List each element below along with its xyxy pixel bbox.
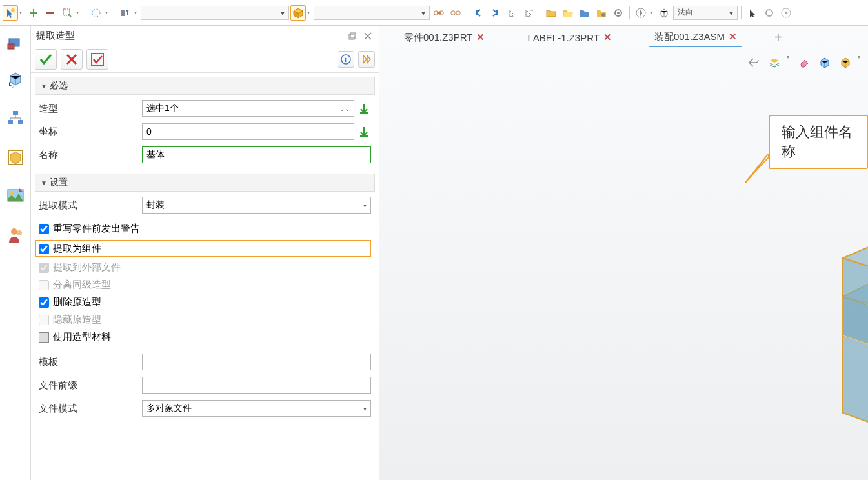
section-settings[interactable]: ▼设置 (35, 174, 375, 192)
cube-icon[interactable] (656, 5, 672, 21)
check-delete-orig[interactable]: 删除原造型 (39, 296, 371, 308)
plus-icon[interactable] (26, 5, 41, 21)
pointer-tool-icon[interactable] (3, 5, 18, 21)
section-required[interactable]: ▼必选 (35, 77, 375, 95)
dropdown-caret-icon[interactable]: ▾ (858, 54, 863, 71)
check-delete-orig-label: 删除原造型 (53, 296, 101, 308)
close-tab-icon[interactable]: ✕ (476, 32, 485, 43)
gear-icon[interactable] (611, 5, 626, 21)
apply-button[interactable] (86, 49, 108, 70)
check-as-component[interactable]: 提取为组件 (35, 240, 371, 257)
arrow-left-icon[interactable] (470, 5, 486, 21)
dropdown-caret-icon[interactable]: ▾ (307, 10, 312, 15)
expand-icon[interactable] (358, 51, 375, 68)
settings-gear-icon[interactable] (762, 5, 777, 21)
pointer-icon[interactable] (745, 5, 760, 21)
separator (629, 6, 630, 19)
back-icon[interactable] (745, 54, 762, 71)
check-to-external-label: 提取到外部文件 (53, 261, 121, 274)
folder-gear-icon[interactable] (594, 5, 609, 21)
add-tab-icon[interactable]: + (774, 30, 782, 45)
assembly-icon[interactable]: ┗○ (5, 70, 26, 90)
dropdown-caret-icon[interactable]: ▾ (76, 10, 81, 15)
document-tabs: 零件001.Z3PRT✕ LABEL-1.Z3PRT✕ 装配001.Z3ASM✕… (386, 26, 862, 49)
dotted-circle-icon[interactable] (88, 5, 104, 21)
dropdown-caret-icon[interactable]: ▾ (650, 10, 655, 15)
cube-view-icon[interactable] (816, 54, 833, 71)
svg-rect-10 (476, 10, 478, 15)
checkbox[interactable] (39, 332, 49, 343)
tab-label1[interactable]: LABEL-1.Z3PRT✕ (522, 29, 616, 46)
eraser-icon[interactable] (796, 54, 812, 71)
image-icon[interactable] (5, 186, 26, 206)
tab-asm001[interactable]: 装配001.Z3ASM✕ (649, 28, 742, 47)
check-use-material-label: 使用造型材料 (53, 331, 111, 343)
mode-label: 提取模式 (39, 199, 142, 212)
name-input[interactable] (142, 146, 371, 163)
cursor-icon[interactable] (504, 5, 520, 21)
svg-rect-20 (8, 44, 14, 49)
cursor-plus-icon[interactable]: + (521, 5, 536, 21)
close-tab-icon[interactable]: ✕ (603, 32, 612, 43)
info-icon[interactable]: i (338, 51, 354, 68)
coord-input[interactable] (142, 123, 354, 140)
checkbox[interactable] (39, 224, 49, 234)
svg-point-27 (10, 192, 14, 195)
tree-icon[interactable] (5, 108, 26, 129)
pick-icon[interactable] (357, 101, 371, 115)
cube-gold-icon[interactable] (837, 54, 854, 71)
layers-icon[interactable] (766, 54, 783, 71)
tab-part001[interactable]: 零件001.Z3PRT✕ (399, 29, 490, 46)
check-use-material[interactable]: 使用造型材料 (39, 331, 371, 343)
left-rail: ┗○ (0, 26, 31, 480)
user-icon[interactable] (5, 225, 26, 245)
cancel-button[interactable] (61, 49, 83, 70)
mode-combo[interactable]: 封装▾ (142, 197, 371, 214)
play-icon[interactable] (778, 5, 794, 21)
folder-open-icon[interactable] (560, 5, 576, 21)
toolbar-combo[interactable]: ▾ (314, 6, 430, 20)
checkbox (39, 315, 49, 325)
dropdown-caret-icon[interactable]: ▾ (19, 10, 25, 15)
checkbox[interactable] (39, 244, 49, 254)
shape-combo[interactable]: 选中1个⌄⌄ (142, 100, 354, 117)
restore-icon[interactable] (347, 30, 358, 42)
check-warn[interactable]: 重写零件前发出警告 (39, 223, 371, 235)
callout-tail-icon (745, 154, 771, 186)
folder-blue-icon[interactable] (577, 5, 592, 21)
svg-point-13 (601, 13, 605, 17)
checkbox[interactable] (39, 297, 49, 308)
prefix-input[interactable] (142, 377, 371, 394)
filter-icon[interactable] (117, 5, 133, 21)
svg-text:┗○: ┗○ (8, 82, 14, 89)
template-label: 模板 (39, 356, 142, 368)
filemode-value: 多对象文件 (146, 403, 192, 414)
panel-header: 提取造型 (31, 26, 379, 46)
pick-icon[interactable] (357, 125, 371, 139)
link-icon[interactable] (431, 5, 447, 21)
dropdown-caret-icon[interactable]: ▾ (105, 10, 110, 15)
minus-icon[interactable] (43, 5, 58, 21)
toolbar-combo[interactable]: ▾ (141, 6, 289, 20)
arrow-right-icon[interactable] (487, 5, 503, 21)
tab-label: 零件001.Z3PRT (404, 32, 472, 44)
folder-icon[interactable] (543, 5, 559, 21)
ok-button[interactable] (35, 49, 57, 70)
select-region-icon[interactable] (59, 5, 75, 21)
package-icon[interactable] (290, 5, 306, 21)
normal-direction-combo[interactable]: 法向▾ (673, 6, 738, 20)
compass-icon[interactable] (633, 5, 649, 21)
shape-label: 造型 (39, 103, 142, 115)
box-icon[interactable] (5, 147, 26, 168)
separator (114, 6, 114, 19)
close-tab-icon[interactable]: ✕ (729, 31, 737, 43)
viewport[interactable]: 零件001.Z3PRT✕ LABEL-1.Z3PRT✕ 装配001.Z3ASM✕… (379, 26, 868, 480)
dropdown-caret-icon[interactable]: ▾ (787, 54, 792, 71)
filemode-combo[interactable]: 多对象文件▾ (142, 400, 371, 417)
dropdown-caret-icon[interactable]: ▾ (134, 10, 139, 15)
part-icon[interactable] (5, 31, 26, 52)
close-panel-icon[interactable] (362, 30, 374, 42)
unlink-icon[interactable] (448, 5, 463, 21)
tab-label: 装配001.Z3ASM (654, 31, 725, 43)
template-input[interactable] (142, 354, 371, 370)
